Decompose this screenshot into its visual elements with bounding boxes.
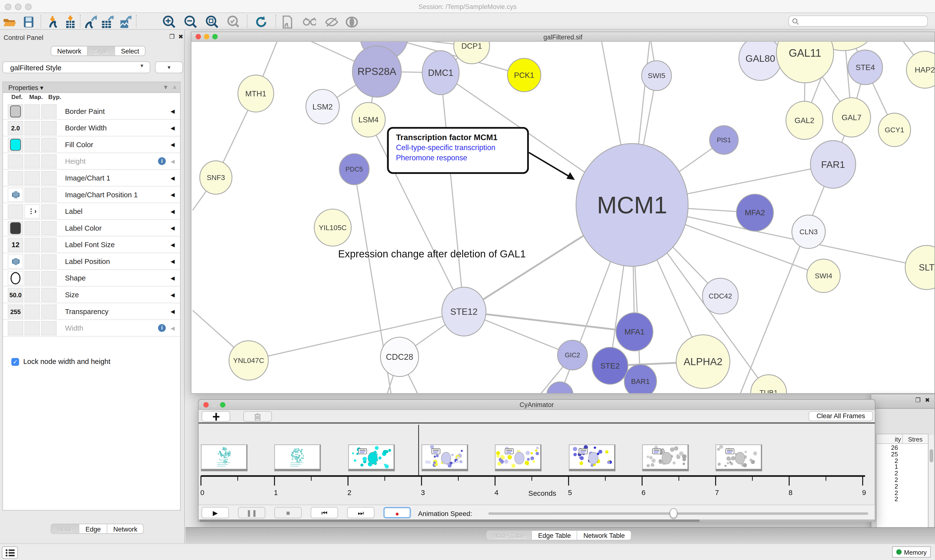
network-node-mcm1[interactable]: MCM1 (576, 143, 688, 266)
previous-frame-button[interactable]: ⏮ (311, 507, 338, 518)
property-def-cell[interactable]: 2.0 (8, 121, 23, 135)
clone-network-icon[interactable] (280, 15, 295, 28)
property-row[interactable]: Label Color◀ (3, 220, 180, 237)
float-results-icon[interactable]: ❐ (915, 397, 921, 403)
results-row[interactable]: 1 (876, 463, 928, 469)
network-node-dcp1[interactable]: DCP1 (454, 42, 490, 64)
property-map-cell[interactable] (24, 104, 40, 118)
property-byp-cell[interactable] (41, 154, 57, 168)
network-node-gal11[interactable]: GAL11 (776, 42, 834, 83)
property-map-cell[interactable] (24, 304, 40, 318)
network-node-swi5[interactable]: SWI5 (642, 61, 671, 91)
tab-edge[interactable]: Edge (79, 524, 107, 533)
results-row[interactable]: 26 (876, 444, 928, 450)
property-def-cell[interactable] (8, 204, 23, 218)
expand-property-icon[interactable]: ◀ (171, 225, 175, 231)
network-node-rps28a[interactable]: RPS28A (352, 46, 401, 97)
network-node-yil105c[interactable]: YIL105C (314, 209, 351, 246)
property-def-cell[interactable]: 12 (8, 237, 23, 252)
property-map-cell[interactable] (24, 321, 40, 335)
results-titlebar[interactable]: ❐ ✖ (871, 394, 935, 409)
network-node-swi4[interactable]: SWI4 (807, 259, 840, 292)
property-row[interactable]: 50.0Size◀ (3, 286, 180, 303)
properties-header[interactable]: Properties ▾ ⩔ ⩓ (3, 82, 180, 93)
next-frame-button[interactable]: ⏭ (347, 507, 375, 518)
tab-node[interactable]: Node (51, 524, 80, 533)
property-byp-cell[interactable] (41, 137, 57, 152)
property-def-cell[interactable] (8, 271, 23, 285)
property-map-cell[interactable] (24, 271, 40, 285)
property-byp-cell[interactable] (41, 171, 57, 185)
zoom-in-icon[interactable] (162, 15, 176, 28)
property-byp-cell[interactable] (41, 321, 57, 335)
open-session-icon[interactable] (2, 15, 17, 28)
add-frame-button[interactable] (202, 411, 230, 422)
property-byp-cell[interactable] (41, 221, 57, 235)
property-def-cell[interactable] (8, 137, 23, 152)
network-node-mfa1[interactable]: MFA1 (616, 313, 653, 351)
tab-edge-table[interactable]: Edge Table (532, 531, 577, 540)
expand-property-icon[interactable]: ◀ (171, 125, 175, 131)
info-icon[interactable]: i (158, 324, 166, 332)
expand-property-icon[interactable]: ◀ (171, 292, 175, 297)
tab-network[interactable]: Network (51, 46, 88, 55)
mcm1-annotation[interactable]: Transcription factor MCM1 Cell-type-spec… (387, 127, 529, 174)
network-node-slt[interactable]: SLT (905, 245, 935, 289)
expand-property-icon[interactable]: ◀ (171, 275, 175, 281)
property-byp-cell[interactable] (41, 288, 57, 302)
delete-frame-button[interactable] (243, 411, 272, 422)
tab-node-table[interactable]: Node Table (486, 531, 532, 540)
property-map-cell[interactable] (24, 171, 40, 185)
close-panel-icon[interactable]: ✖ (178, 33, 184, 40)
property-map-cell[interactable] (24, 154, 40, 168)
hide-elements-icon[interactable] (324, 15, 339, 28)
save-session-icon[interactable] (22, 15, 36, 28)
network-node-ste12[interactable]: STE12 (442, 287, 486, 336)
clear-all-frames-button[interactable]: Clear All Frames (808, 411, 873, 422)
network-node-gic2[interactable]: GIC2 (558, 340, 587, 370)
property-row[interactable]: 12Label Font Size◀ (3, 237, 180, 253)
import-table-icon[interactable] (63, 15, 78, 28)
results-row[interactable]: 25 (876, 450, 928, 457)
import-network-icon[interactable] (46, 15, 61, 28)
property-def-cell[interactable] (8, 254, 23, 268)
property-byp-cell[interactable] (41, 121, 57, 135)
expand-property-icon[interactable]: ◀ (171, 208, 175, 214)
network-node-far1[interactable]: FAR1 (810, 141, 856, 188)
expand-property-icon[interactable]: ◀ (171, 242, 175, 248)
cyanimator-hscrollbar-thumb[interactable] (200, 520, 699, 522)
property-map-cell[interactable] (24, 187, 40, 202)
property-map-cell[interactable] (24, 237, 40, 252)
network-node-cdc42[interactable]: CDC42 (702, 278, 738, 314)
network-node-gal7[interactable]: GAL7 (833, 98, 871, 137)
animation-speed-slider[interactable] (488, 512, 868, 515)
record-button[interactable]: ● (384, 507, 411, 518)
results-scrollbar[interactable] (929, 435, 934, 528)
property-def-cell[interactable] (8, 321, 23, 335)
refresh-layout-icon[interactable] (254, 15, 268, 28)
annotation-link-2[interactable]: Pheromone response (396, 154, 527, 162)
network-node-alpha2[interactable]: ALPHA2 (676, 335, 730, 388)
network-node-bar1[interactable]: BAR1 (624, 365, 656, 393)
property-map-cell[interactable] (24, 288, 40, 302)
property-byp-cell[interactable] (41, 204, 57, 218)
close-results-icon[interactable]: ✖ (925, 397, 930, 403)
property-def-cell[interactable] (8, 221, 23, 235)
results-row[interactable]: 2 (876, 489, 928, 495)
property-byp-cell[interactable] (41, 254, 57, 268)
network-node-mfa2[interactable]: MFA2 (736, 194, 774, 231)
stop-button[interactable]: ■ (275, 507, 302, 518)
export-image-icon[interactable] (118, 15, 133, 28)
network-node-cln3[interactable]: CLN3 (792, 215, 825, 248)
lock-size-checkbox[interactable]: ✓ (11, 358, 19, 366)
tab-network-table[interactable]: Network Table (577, 531, 631, 540)
expand-property-icon[interactable]: ◀ (171, 191, 175, 197)
network-node-tub1[interactable]: TUB1 (751, 375, 787, 393)
network-node-cdc28[interactable]: CDC28 (380, 337, 418, 377)
property-row[interactable]: Heighti◀ (3, 153, 180, 170)
property-row[interactable]: 2.0Border Width◀ (3, 120, 180, 137)
property-row[interactable]: Label Position◀ (3, 253, 180, 270)
property-map-cell[interactable] (24, 137, 40, 152)
property-byp-cell[interactable] (41, 187, 57, 202)
results-row[interactable]: 2 (876, 476, 928, 482)
